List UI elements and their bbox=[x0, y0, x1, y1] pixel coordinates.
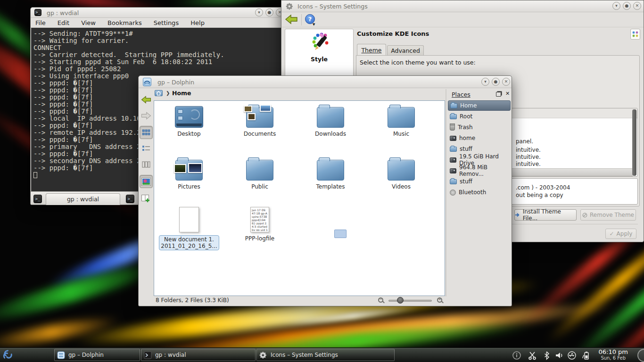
file-item-ppp-logfile[interactable]: Jan 17 09:47:18 gp-Aspire-5738 pppd[1946… bbox=[227, 204, 293, 242]
places-item-trash[interactable]: Trash bbox=[448, 122, 511, 132]
folder-icon bbox=[246, 160, 273, 181]
back-button[interactable] bbox=[140, 93, 153, 106]
panel-splitter[interactable] bbox=[446, 89, 446, 296]
maximize-button[interactable]: ● bbox=[492, 78, 500, 86]
taskbar-task-wvdial[interactable]: gp : wvdial bbox=[141, 349, 256, 361]
notifications-icon[interactable] bbox=[512, 351, 521, 360]
volume-icon[interactable] bbox=[554, 351, 564, 360]
battery-icon[interactable] bbox=[581, 351, 590, 360]
folder-item-templates[interactable]: Templates bbox=[297, 156, 363, 190]
device-notifier-icon[interactable] bbox=[567, 351, 577, 360]
close-panel-icon[interactable]: ✕ bbox=[505, 90, 510, 97]
sidebar-item-style[interactable]: Style bbox=[285, 31, 353, 63]
zoom-slider-handle[interactable] bbox=[397, 297, 404, 304]
sidebar-item-label: Style bbox=[285, 56, 353, 63]
breadcrumb-home-icon[interactable] bbox=[155, 90, 163, 96]
panel-cashew-icon[interactable] bbox=[637, 349, 644, 362]
konsole-tab[interactable]: gp : wvdial bbox=[46, 193, 120, 205]
module-overview-icon[interactable] bbox=[630, 29, 640, 40]
breadcrumb[interactable]: Home bbox=[172, 90, 191, 97]
folder-icon bbox=[388, 160, 415, 181]
install-theme-button[interactable]: Install Theme File... bbox=[514, 209, 577, 221]
places-item-stuff[interactable]: stuff bbox=[448, 144, 511, 154]
folder-icon bbox=[317, 160, 344, 181]
menu-bookmarks[interactable]: Bookmarks bbox=[103, 18, 147, 26]
folder-item-documents[interactable]: Documents bbox=[227, 103, 293, 137]
list-row-text: intuitive. bbox=[516, 154, 541, 160]
details-view-button[interactable] bbox=[140, 142, 153, 155]
places-item-bluetooth[interactable]: Bluetooth bbox=[448, 187, 511, 197]
folder-item-pictures[interactable]: Pictures bbox=[156, 156, 222, 190]
system-settings-titlebar[interactable]: Icons – System Settings ▾ ● ✕ bbox=[281, 0, 644, 12]
places-item-home[interactable]: Home bbox=[448, 100, 511, 111]
menu-file[interactable]: File bbox=[31, 18, 50, 26]
folder-item-videos[interactable]: Videos bbox=[368, 156, 434, 190]
places-item-stuff2[interactable]: stuff bbox=[448, 176, 511, 187]
new-tab-button[interactable]: >_ bbox=[33, 194, 43, 204]
icons-view-button[interactable] bbox=[140, 126, 153, 139]
split-view-button[interactable] bbox=[140, 192, 153, 205]
taskbar-task-dolphin[interactable]: gp – Dolphin bbox=[54, 349, 140, 361]
remove-theme-button[interactable]: Remove Theme bbox=[580, 209, 636, 221]
back-button[interactable] bbox=[284, 14, 298, 25]
app-launcher-icon[interactable] bbox=[1, 349, 14, 362]
folder-item-desktop[interactable]: Desktop bbox=[156, 103, 222, 137]
close-tab-button[interactable]: >_ bbox=[125, 194, 135, 204]
taskbar-task-system-settings[interactable]: Icons – System Settings bbox=[256, 349, 395, 361]
clock-time: 06:10 pm bbox=[598, 348, 628, 355]
columns-view-button[interactable] bbox=[140, 158, 153, 171]
minimize-button[interactable]: ▾ bbox=[612, 2, 620, 10]
back-arrow-icon bbox=[140, 95, 152, 104]
trash-icon bbox=[450, 124, 455, 131]
klipper-scissors-icon[interactable] bbox=[528, 351, 537, 360]
menu-settings[interactable]: Settings bbox=[149, 18, 183, 26]
file-item-new-document[interactable]: New document 1. 2011_01_20_16_5... bbox=[156, 204, 222, 250]
apply-button[interactable]: ✓ Apply bbox=[605, 229, 636, 239]
dolphin-task-icon bbox=[57, 351, 65, 359]
breadcrumb-separator: ❯ bbox=[166, 90, 170, 96]
bluetooth-icon[interactable] bbox=[542, 351, 552, 360]
places-item-removable[interactable]: 964.8 MiB Remov... bbox=[448, 165, 511, 176]
tab-advanced[interactable]: Advanced bbox=[387, 45, 424, 56]
logfile-icon: Jan 17 09:47:18 gp-Aspire-5738 pppd[1946… bbox=[250, 207, 269, 232]
bluetooth-icon bbox=[450, 189, 456, 196]
close-button[interactable]: ✕ bbox=[633, 2, 641, 10]
menu-help[interactable]: Help bbox=[186, 18, 209, 26]
places-item-root[interactable]: Root bbox=[448, 111, 511, 122]
minimize-button[interactable]: ▾ bbox=[255, 8, 263, 16]
dolphin-titlebar[interactable]: gp – Dolphin ▾ ● ✕ bbox=[139, 76, 512, 88]
system-settings-toolbar: ? ▼ bbox=[281, 12, 644, 27]
tab-theme[interactable]: Theme bbox=[357, 44, 386, 56]
window-title: gp : wvdial bbox=[47, 9, 79, 16]
zoom-slider-track[interactable] bbox=[388, 300, 432, 302]
maximize-button[interactable]: ● bbox=[623, 2, 631, 10]
scrollbar-track[interactable] bbox=[632, 109, 636, 176]
zoom-in-icon[interactable]: + bbox=[437, 297, 442, 303]
close-button[interactable]: ✕ bbox=[502, 78, 510, 86]
clock[interactable]: 06:10 pm Sun, 6 Feb bbox=[598, 348, 628, 361]
home-icon bbox=[450, 103, 457, 108]
menu-view[interactable]: View bbox=[76, 18, 100, 26]
help-button[interactable]: ? ▼ bbox=[305, 14, 315, 24]
places-item-hard-drive[interactable]: 19.5 GiB Hard Drive bbox=[448, 155, 511, 165]
folder-icon bbox=[388, 107, 415, 128]
folder-item-music[interactable]: Music bbox=[368, 103, 434, 137]
documents-folder-icon bbox=[246, 107, 273, 128]
places-item-home-drive[interactable]: home bbox=[448, 133, 511, 143]
no-entry-icon bbox=[582, 213, 587, 218]
scrollbar-thumb[interactable] bbox=[632, 109, 636, 176]
minimize-button[interactable]: ▾ bbox=[481, 78, 489, 86]
folder-item-downloads[interactable]: Downloads bbox=[297, 103, 363, 137]
columns-view-icon bbox=[142, 161, 150, 168]
forward-button[interactable] bbox=[140, 109, 153, 122]
konsole-titlebar[interactable]: >_ gp : wvdial ▾ ● ✕ bbox=[31, 8, 287, 18]
konsole-menubar: File Edit View Bookmarks Settings Help bbox=[31, 18, 287, 28]
maximize-button[interactable]: ● bbox=[265, 8, 273, 16]
hard-drive-icon bbox=[450, 157, 456, 163]
menu-edit[interactable]: Edit bbox=[53, 18, 74, 26]
folder-item-public[interactable]: Public bbox=[227, 156, 293, 190]
float-panel-icon[interactable] bbox=[496, 92, 501, 97]
forward-arrow-icon bbox=[140, 111, 152, 120]
zoom-out-icon[interactable]: − bbox=[378, 297, 383, 303]
preview-button[interactable] bbox=[140, 175, 153, 188]
